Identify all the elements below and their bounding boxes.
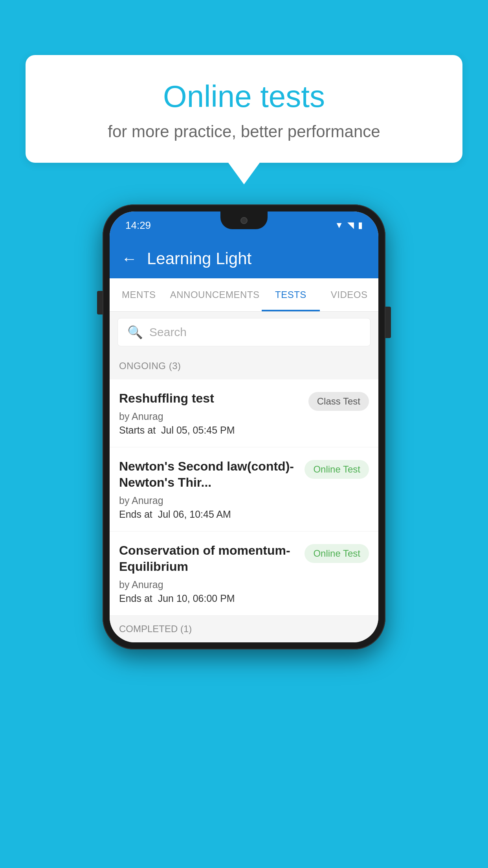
search-bar[interactable]: 🔍 Search (117, 318, 371, 346)
ongoing-section-header: ONGOING (3) (110, 353, 378, 379)
tab-assignments[interactable]: MENTS (110, 278, 168, 311)
tabs-bar: MENTS ANNOUNCEMENTS TESTS VIDEOS (110, 278, 378, 312)
tab-videos[interactable]: VIDEOS (320, 278, 378, 311)
search-bar-wrapper: 🔍 Search (110, 312, 378, 353)
phone-mockup: 14:29 ▼ ◥ ▮ ← Learning Light MENTS (103, 204, 385, 649)
test-list: Reshuffling test by Anurag Starts at Jul… (110, 379, 378, 616)
search-input[interactable]: Search (149, 326, 187, 339)
test-item-1[interactable]: Reshuffling test by Anurag Starts at Jul… (110, 379, 378, 447)
app-title: Learning Light (147, 249, 251, 268)
search-icon: 🔍 (127, 325, 143, 340)
signal-icon: ◥ (347, 220, 354, 230)
test-info-2: Newton's Second law(contd)-Newton's Thir… (119, 458, 298, 520)
test-date-3: Ends at Jun 10, 06:00 PM (119, 593, 298, 604)
ongoing-header-text: ONGOING (3) (119, 360, 181, 371)
speech-bubble-tail (228, 163, 260, 184)
test-badge-3: Online Test (305, 544, 369, 563)
completed-header-text: COMPLETED (1) (119, 623, 192, 634)
tab-announcements[interactable]: ANNOUNCEMENTS (168, 278, 262, 311)
test-info-3: Conservation of momentum-Equilibrium by … (119, 542, 298, 604)
test-by-1: by Anurag (119, 411, 302, 422)
test-by-3: by Anurag (119, 579, 298, 590)
app-bar: ← Learning Light (110, 239, 378, 278)
wifi-icon: ▼ (335, 220, 343, 230)
battery-icon: ▮ (358, 220, 363, 230)
notch (220, 211, 268, 229)
test-date-1: Starts at Jul 05, 05:45 PM (119, 425, 302, 436)
speech-bubble-subtitle: for more practice, better performance (45, 122, 443, 141)
test-badge-1: Class Test (308, 392, 369, 411)
test-name-2: Newton's Second law(contd)-Newton's Thir… (119, 458, 298, 491)
test-item-3[interactable]: Conservation of momentum-Equilibrium by … (110, 531, 378, 616)
speech-bubble-title: Online tests (45, 79, 443, 114)
tab-tests[interactable]: TESTS (262, 278, 320, 311)
speech-bubble-container: Online tests for more practice, better p… (26, 55, 462, 184)
test-item-2[interactable]: Newton's Second law(contd)-Newton's Thir… (110, 447, 378, 531)
test-by-2: by Anurag (119, 495, 298, 506)
test-info-1: Reshuffling test by Anurag Starts at Jul… (119, 390, 302, 436)
phone-outer: 14:29 ▼ ◥ ▮ ← Learning Light MENTS (103, 204, 385, 649)
phone-screen: 14:29 ▼ ◥ ▮ ← Learning Light MENTS (110, 211, 378, 642)
speech-bubble: Online tests for more practice, better p… (26, 55, 462, 163)
test-name-3: Conservation of momentum-Equilibrium (119, 542, 298, 575)
status-bar: 14:29 ▼ ◥ ▮ (110, 211, 378, 239)
camera-dot (240, 217, 248, 224)
status-time: 14:29 (125, 219, 151, 232)
test-date-2: Ends at Jul 06, 10:45 AM (119, 509, 298, 520)
test-name-1: Reshuffling test (119, 390, 302, 407)
back-button[interactable]: ← (121, 250, 137, 268)
completed-section-header: COMPLETED (1) (110, 616, 378, 642)
status-icons: ▼ ◥ ▮ (335, 220, 363, 230)
test-badge-2: Online Test (305, 460, 369, 479)
